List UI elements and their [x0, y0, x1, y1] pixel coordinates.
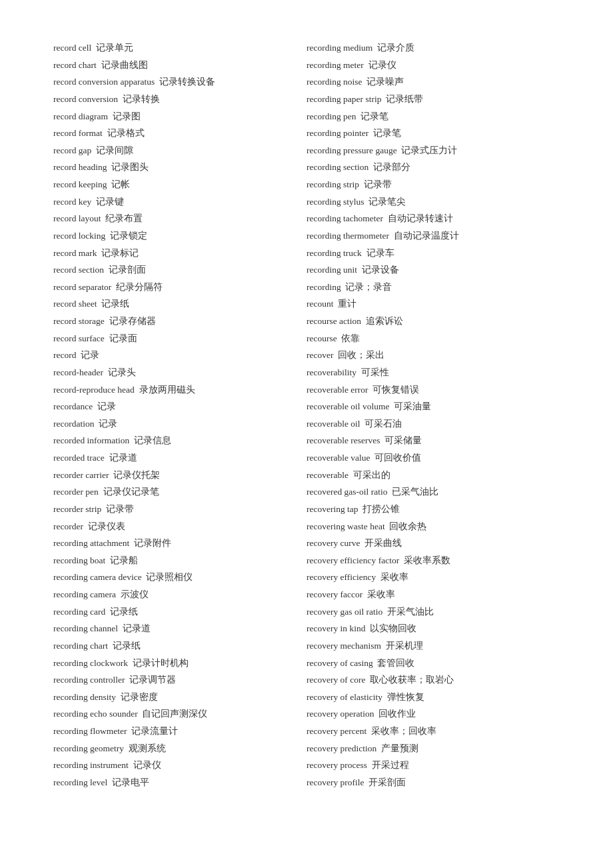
entry-english: recording truck [306, 248, 362, 258]
entry-english: recording pen [306, 111, 356, 121]
entry-english: record keeping [53, 179, 107, 189]
list-item: recorded information 记录信息 [53, 433, 306, 449]
entry-chinese: 记录车 [366, 248, 394, 258]
entry-english: recovery efficiency [306, 572, 376, 582]
list-item: recovering tap 打捞公锥 [306, 501, 560, 517]
entry-chinese: 可采出的 [353, 470, 390, 480]
entry-english: recorder carrier [53, 470, 109, 480]
list-item: recovery of elasticity 弹性恢复 [306, 689, 560, 705]
list-item: recording strip 记录带 [306, 177, 560, 193]
entry-chinese: 采收率；回收率 [371, 726, 436, 736]
entry-english: recovered gas-oil ratio [306, 487, 387, 497]
list-item: recovery gas oil ratio 开采气油比 [306, 604, 560, 620]
list-item: recording flowmeter 记录流量计 [53, 723, 306, 739]
entry-chinese: 弹性恢复 [387, 692, 424, 702]
entry-chinese: 可恢复错误 [372, 385, 419, 395]
entry-chinese: 采收率系数 [404, 555, 450, 565]
entry-english: recording level [53, 777, 107, 787]
entry-english: record surface [53, 333, 105, 343]
entry-chinese: 取心收获率；取岩心 [370, 675, 454, 685]
entry-chinese: 记录船 [110, 555, 138, 565]
entry-english: recording density [53, 692, 116, 702]
entry-english: recording instrument [53, 760, 129, 770]
list-item: record section 记录剖面 [53, 262, 306, 278]
list-item: recording boat 记录船 [53, 553, 306, 569]
entry-chinese: 记录纸带 [386, 94, 423, 104]
entry-chinese: 自动记录温度计 [394, 231, 459, 241]
entry-english: recorder [53, 521, 83, 531]
entry-chinese: 记录剖面 [109, 265, 146, 275]
list-item: recording card 记录纸 [53, 604, 306, 620]
list-item: recovery curve 开采曲线 [306, 535, 560, 551]
entry-english: recover [306, 350, 333, 360]
list-item: recovery percent 采收率；回收率 [306, 723, 560, 739]
list-item: record 记录 [53, 347, 306, 363]
entry-english: recording stylus [306, 197, 364, 207]
entry-english: recordation [53, 419, 94, 429]
entry-chinese: 记录式压力计 [401, 145, 457, 155]
list-item: recovery efficiency factor 采收率系数 [306, 553, 560, 569]
entry-english: recovery of casing [306, 658, 373, 668]
entry-chinese: 示波仪 [121, 589, 149, 599]
entry-chinese: 回收余热 [389, 521, 426, 531]
entry-english: record sheet [53, 299, 97, 309]
entry-chinese: 可采储量 [384, 435, 422, 445]
entry-english: recovery process [306, 760, 367, 770]
entry-chinese: 记录面 [109, 333, 137, 343]
list-item: recording echo sounder 自记回声测深仪 [53, 706, 306, 722]
list-item: record format 记录格式 [53, 125, 306, 141]
list-item: recount 重计 [306, 296, 560, 312]
list-item: recourse action 追索诉讼 [306, 313, 560, 329]
entry-chinese: 可采油量 [394, 401, 431, 411]
entry-english: recovery of core [306, 675, 365, 685]
entry-chinese: 开采气油比 [387, 607, 434, 617]
list-item: recorder carrier 记录仪托架 [53, 467, 306, 483]
entry-english: recorded trace [53, 453, 105, 463]
entry-english: recording [306, 282, 341, 292]
entry-chinese: 记录图 [113, 111, 141, 121]
entry-english: record-reproduce head [53, 385, 135, 395]
entry-chinese: 记录单元 [96, 43, 133, 53]
entry-english: recording boat [53, 555, 105, 565]
entry-english: record [53, 350, 76, 360]
entry-english: recovery operation [306, 709, 374, 719]
entry-english: recovery prediction [306, 743, 376, 753]
entry-chinese: 记录带 [364, 179, 392, 189]
entry-chinese: 记录格式 [107, 128, 145, 138]
list-item: recovery process 开采过程 [306, 757, 560, 773]
entry-chinese: 可回收价值 [374, 453, 421, 463]
entry-english: recording unit [306, 265, 357, 275]
entry-chinese: 产量预测 [381, 743, 418, 753]
entry-english: recourse [306, 333, 337, 343]
entry-english: record gap [53, 145, 91, 155]
entry-chinese: 可采性 [361, 367, 389, 377]
list-item: recording noise 记录噪声 [306, 74, 560, 90]
entry-chinese: 记录计时机构 [133, 658, 189, 668]
entry-english: recoverable error [306, 385, 368, 395]
entry-chinese: 记录键 [96, 197, 124, 207]
entry-english: record separator [53, 282, 111, 292]
list-item: record layout 纪录布置 [53, 211, 306, 227]
entry-chinese: 记录调节器 [129, 675, 176, 685]
entry-english: recount [306, 299, 333, 309]
entry-chinese: 记录信息 [134, 435, 171, 445]
entry-chinese: 记录仪 [368, 60, 396, 70]
entry-english: record conversion [53, 94, 118, 104]
entry-english: recording noise [306, 77, 362, 87]
entry-chinese: 记帐 [111, 179, 130, 189]
list-item: recovery efficiency 采收率 [306, 569, 560, 585]
entry-chinese: 记录仪托架 [113, 470, 160, 480]
list-item: recovery operation 回收作业 [306, 706, 560, 722]
list-item: recording pen 记录笔 [306, 109, 560, 125]
entry-english: recording attachment [53, 538, 129, 548]
entry-chinese: 回收；采出 [338, 350, 384, 360]
entry-english: record conversion apparatus [53, 77, 155, 87]
entry-chinese: 记录笔 [360, 111, 388, 121]
entry-chinese: 自动记录转速计 [388, 213, 453, 223]
list-item: recoverable 可采出的 [306, 467, 560, 483]
entry-english: recoverable [306, 470, 348, 480]
list-item: record diagram 记录图 [53, 109, 306, 125]
list-item: record keeping 记帐 [53, 177, 306, 193]
list-item: recover 回收；采出 [306, 347, 560, 363]
list-item: recovery in kind 以实物回收 [306, 621, 560, 637]
